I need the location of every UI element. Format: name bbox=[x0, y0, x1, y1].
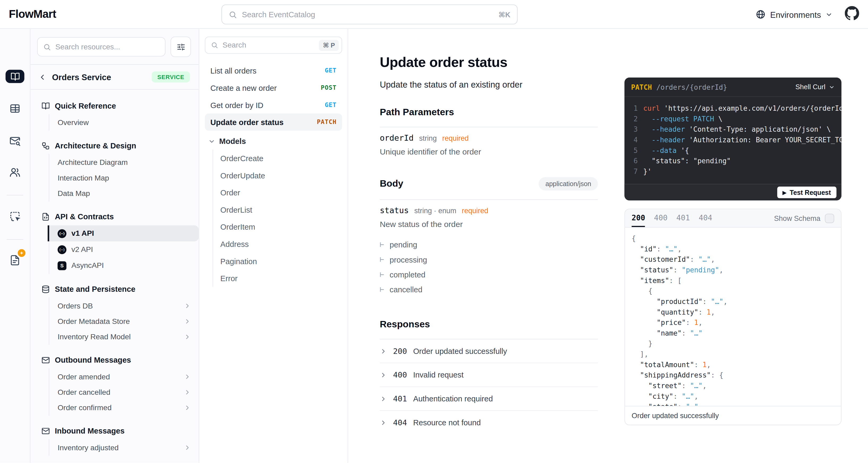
model-item[interactable]: Pagination bbox=[213, 252, 342, 270]
page-subtitle: Update the status of an existing order bbox=[380, 80, 598, 90]
rail-item[interactable] bbox=[9, 167, 21, 178]
responses-list: 200Order updated successfully400Invalid … bbox=[380, 339, 598, 434]
rail-item[interactable] bbox=[9, 103, 21, 114]
global-search-input[interactable] bbox=[242, 10, 493, 19]
response-row[interactable]: 401Authentication required bbox=[380, 387, 598, 411]
sidebar-search-input[interactable] bbox=[56, 43, 159, 51]
json-token: "…" bbox=[682, 392, 694, 400]
json-line: "customerId": "…", bbox=[632, 254, 834, 265]
operation-item[interactable]: Get order by IDGET bbox=[205, 96, 342, 114]
method-badge: GET bbox=[324, 101, 337, 109]
json-token: "street" bbox=[648, 381, 682, 390]
sidebar-item-label: Overview bbox=[58, 118, 191, 126]
sidebar-section-items: Order amendedOrder cancelledOrder confir… bbox=[49, 368, 199, 416]
response-row[interactable]: 404Resource not found bbox=[380, 411, 598, 434]
service-badge: SERVICE bbox=[152, 71, 190, 83]
models-group[interactable]: Models bbox=[205, 131, 342, 150]
sidebar-search[interactable] bbox=[37, 37, 166, 57]
sidebar-item[interactable]: Order cancelled bbox=[50, 384, 199, 400]
rail-item[interactable] bbox=[9, 135, 21, 146]
operation-item[interactable]: List all ordersGET bbox=[205, 62, 342, 80]
json-token: "…" bbox=[699, 255, 711, 264]
sidebar-item[interactable]: SAsyncAPI bbox=[50, 257, 199, 273]
response-tab-401[interactable]: 401 bbox=[676, 209, 690, 227]
sidebar-section-title: API & Contracts bbox=[55, 212, 114, 221]
model-item[interactable]: OrderCreate bbox=[213, 150, 342, 167]
response-tab-200[interactable]: 200 bbox=[632, 209, 645, 227]
operation-item[interactable]: Create a new orderPOST bbox=[205, 79, 342, 96]
request-method: PATCH bbox=[631, 83, 652, 91]
json-line: { bbox=[632, 286, 834, 296]
response-row[interactable]: 200Order updated successfully bbox=[380, 339, 598, 363]
model-item[interactable]: Address bbox=[213, 235, 342, 252]
json-token: : bbox=[657, 245, 665, 253]
code-token: curl bbox=[643, 103, 664, 114]
json-token: , bbox=[702, 381, 707, 390]
sidebar-item[interactable]: Inventory adjusted bbox=[50, 440, 199, 455]
sidebar-item[interactable]: {⋯}v1 API bbox=[48, 225, 198, 241]
service-header: Orders Service SERVICE bbox=[31, 65, 199, 89]
sidebar-item[interactable]: Orders DB bbox=[50, 298, 199, 313]
sidebar-section: Inbound MessagesInventory adjusted bbox=[31, 424, 199, 456]
show-schema-toggle[interactable] bbox=[825, 213, 834, 223]
mail-search-icon bbox=[9, 135, 21, 146]
chevron-right-icon bbox=[184, 389, 191, 396]
sidebar-item[interactable]: Order amended bbox=[50, 369, 199, 384]
test-request-button[interactable]: ▶ Test Request bbox=[777, 187, 836, 198]
sidebar-section-title: Inbound Messages bbox=[55, 426, 124, 435]
environments-menu[interactable]: Environments bbox=[756, 9, 832, 20]
response-code: 401 bbox=[393, 394, 407, 403]
operations-nav: ⌘ P List all ordersGETCreate a new order… bbox=[199, 29, 348, 463]
operations-search[interactable]: ⌘ P bbox=[205, 37, 342, 54]
sidebar-item[interactable]: Overview bbox=[50, 115, 199, 130]
json-token bbox=[632, 392, 649, 400]
json-token: "customerId" bbox=[640, 255, 690, 264]
global-search[interactable]: ⌘K bbox=[221, 4, 518, 24]
chevron-left-icon[interactable] bbox=[38, 73, 46, 81]
operation-item[interactable]: Update order statusPATCH bbox=[205, 114, 342, 131]
github-icon[interactable] bbox=[845, 6, 859, 23]
icon-rail bbox=[0, 29, 31, 463]
sidebar-section-header: Architecture & Design bbox=[31, 139, 199, 154]
response-label: Invalid request bbox=[413, 370, 463, 379]
json-token: : bbox=[690, 255, 698, 264]
response-tab-404[interactable]: 404 bbox=[699, 209, 712, 227]
sidebar-item[interactable]: Data Map bbox=[50, 186, 199, 201]
sidebar-section-header: Outbound Messages bbox=[31, 353, 199, 368]
model-item[interactable]: Order bbox=[213, 184, 342, 201]
sidebar-section-title: State and Persistence bbox=[55, 285, 135, 294]
json-token: 1 bbox=[694, 318, 699, 327]
code-token bbox=[689, 114, 693, 124]
model-item[interactable]: OrderItem bbox=[213, 218, 342, 236]
code-line: 6 "status": "pending" bbox=[630, 156, 841, 166]
response-footer: Order updated successfully bbox=[625, 406, 841, 425]
sidebar-item[interactable]: Architecture Diagram bbox=[50, 155, 199, 170]
rail-item[interactable] bbox=[9, 255, 21, 266]
sidebar-item[interactable]: Order Metadata Store bbox=[50, 313, 199, 329]
sidebar-item[interactable]: {⋯}v2 API bbox=[50, 241, 199, 257]
filter-button[interactable] bbox=[170, 37, 191, 57]
response-row[interactable]: 400Invalid request bbox=[380, 363, 598, 387]
json-token: , bbox=[723, 297, 727, 306]
sidebar-item[interactable]: Order confirmed bbox=[50, 400, 199, 415]
chevron-right-icon bbox=[380, 419, 387, 426]
chevron-right-icon bbox=[184, 302, 191, 309]
model-item[interactable]: OrderList bbox=[213, 201, 342, 218]
sidebar-item[interactable]: Inventory Read Model bbox=[50, 329, 199, 344]
model-item[interactable]: OrderUpdate bbox=[213, 167, 342, 184]
operations-search-input[interactable] bbox=[222, 41, 315, 49]
model-item[interactable]: Error bbox=[213, 270, 342, 287]
sidebar-item[interactable]: Interaction Map bbox=[50, 170, 199, 185]
enum-value: ⊢cancelled bbox=[380, 282, 598, 297]
language-selector[interactable]: Shell Curl bbox=[795, 83, 835, 91]
sidebar-section-items: Overview bbox=[49, 114, 199, 131]
json-token: "name" bbox=[657, 329, 682, 337]
rail-item[interactable] bbox=[9, 211, 21, 222]
code-token: PATCH bbox=[693, 114, 714, 124]
rail-item-active[interactable] bbox=[6, 70, 24, 83]
json-line: ], bbox=[632, 349, 834, 360]
response-code: 200 bbox=[393, 347, 407, 356]
json-token: "shippingAddress" bbox=[640, 371, 711, 379]
response-tab-400[interactable]: 400 bbox=[654, 209, 668, 227]
sidebar-section-items: Orders DBOrder Metadata StoreInventory R… bbox=[49, 297, 199, 345]
